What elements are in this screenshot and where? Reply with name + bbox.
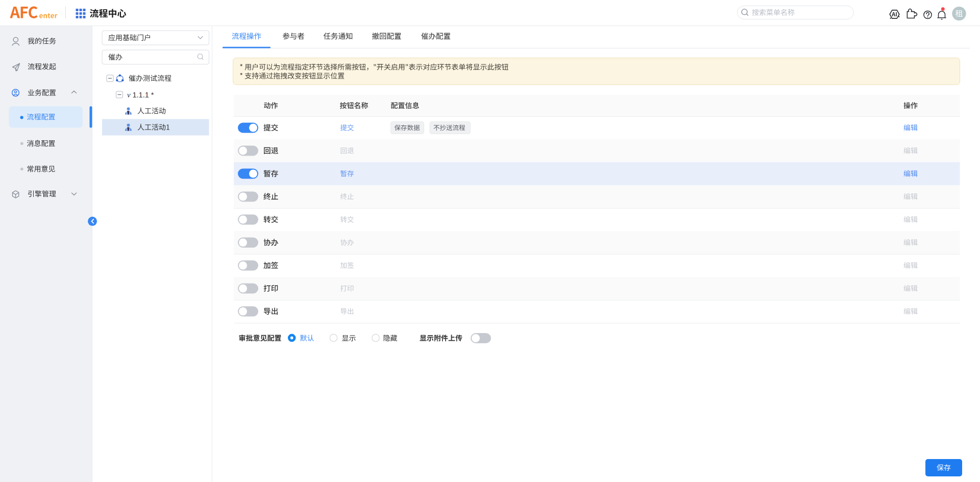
svg-text:1.1.1 *: 1.1.1 * bbox=[133, 91, 154, 99]
svg-text:v: v bbox=[127, 91, 131, 99]
